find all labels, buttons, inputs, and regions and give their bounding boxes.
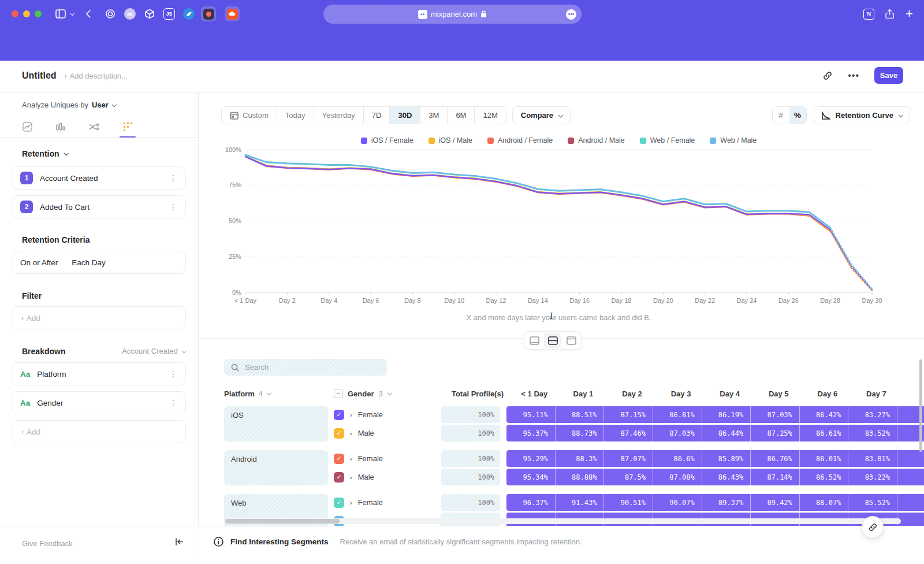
- breakdown-card[interactable]: AaPlatform⋮: [12, 362, 186, 385]
- retention-value-cell[interactable]: 83.52%: [848, 425, 897, 441]
- retention-value-cell[interactable]: 95.29%: [506, 450, 556, 467]
- retention-value-cell[interactable]: 87.46%: [604, 425, 653, 441]
- report-title[interactable]: Untitled: [22, 70, 57, 81]
- save-button[interactable]: Save: [874, 67, 903, 84]
- retention-value-cell[interactable]: 83.22%: [848, 469, 897, 485]
- retention-value-cell[interactable]: 89.42%: [751, 494, 800, 511]
- segment-checkbox[interactable]: ✓: [334, 454, 344, 464]
- platform-cell[interactable]: iOS: [224, 406, 328, 441]
- layout-split-button[interactable]: [544, 333, 561, 348]
- retention-value-cell[interactable]: 95.34%: [506, 469, 556, 485]
- retention-value-cell[interactable]: 90.51%: [604, 494, 653, 511]
- gender-column-header[interactable]: − Gender 3: [334, 389, 444, 398]
- url-bar[interactable]: •• mixpanel.com •••: [323, 5, 582, 24]
- select-all-checkbox[interactable]: −: [334, 389, 343, 398]
- retention-value-cell[interactable]: 86.52%: [800, 469, 849, 485]
- breakdown-add-button[interactable]: + Add: [12, 420, 186, 443]
- retention-value-cell[interactable]: 89.37%: [702, 494, 751, 511]
- expand-row-icon[interactable]: ›: [350, 499, 352, 506]
- table-search-input[interactable]: [245, 363, 360, 372]
- retention-value-cell[interactable]: 86.19%: [702, 406, 751, 423]
- day-column-header[interactable]: Day 5: [754, 389, 803, 398]
- report-description-placeholder[interactable]: + Add description...: [64, 72, 128, 80]
- retention-criteria-card[interactable]: On or After Each Day: [12, 251, 186, 274]
- range-7d[interactable]: 7D: [363, 107, 390, 124]
- platform-column-header[interactable]: Platform 4: [224, 389, 328, 398]
- layout-chart-only-button[interactable]: [526, 333, 543, 348]
- retention-section-label[interactable]: Retention: [22, 149, 68, 158]
- kebab-menu-icon[interactable]: ⋮: [169, 173, 177, 183]
- retention-value-cell[interactable]: 86.44%: [702, 425, 751, 441]
- day-column-header[interactable]: < 1 Day: [510, 389, 559, 398]
- segment-checkbox[interactable]: ✓: [334, 428, 344, 439]
- retention-value-cell[interactable]: 87.08%: [653, 469, 702, 485]
- extension-cloud-icon[interactable]: [225, 6, 240, 21]
- range-3m[interactable]: 3M: [420, 107, 447, 124]
- close-traffic-light[interactable]: [12, 10, 18, 17]
- platform-cell[interactable]: Android: [224, 450, 328, 485]
- retention-value-cell[interactable]: 90.07%: [653, 494, 702, 511]
- retention-value-cell[interactable]: 87.15%: [604, 406, 653, 423]
- retention-value-cell[interactable]: 86.61%: [800, 425, 849, 441]
- total-column-header[interactable]: Total Profile(s): [444, 389, 504, 398]
- segment-checkbox[interactable]: ✓: [334, 498, 344, 508]
- extension-reddot-icon[interactable]: [201, 6, 216, 21]
- retention-value-cell[interactable]: 86.43%: [702, 469, 751, 485]
- retention-value-cell[interactable]: 87.03%: [751, 406, 800, 423]
- link-icon[interactable]: [822, 70, 833, 81]
- retention-value-cell[interactable]: 88.07%: [800, 494, 849, 511]
- tab-retention[interactable]: [118, 117, 137, 137]
- range-12m[interactable]: 12M: [474, 107, 505, 124]
- retention-value-cell[interactable]: 88.3%: [556, 450, 605, 467]
- sidebar-icon[interactable]: [55, 8, 66, 20]
- vertical-scrollbar-thumb[interactable]: [919, 359, 922, 452]
- retention-value-cell[interactable]: 87.14%: [751, 469, 800, 485]
- retention-value-cell[interactable]: 88.88%: [556, 469, 605, 485]
- kebab-menu-icon[interactable]: ⋮: [169, 202, 177, 212]
- breakdown-card[interactable]: AaGender⋮: [12, 391, 186, 414]
- give-feedback-link[interactable]: Give Feedback: [22, 539, 72, 548]
- retention-value-cell[interactable]: 86.42%: [800, 406, 849, 423]
- compare-button[interactable]: Compare: [512, 106, 571, 124]
- back-icon[interactable]: [85, 8, 91, 20]
- retention-value-cell[interactable]: 86.01%: [800, 450, 849, 467]
- range-yesterday[interactable]: Yesterday: [314, 107, 363, 124]
- breakdown-scope-dropdown[interactable]: Account Created: [122, 347, 185, 355]
- retention-value-cell[interactable]: 87.25%: [751, 425, 800, 441]
- zoom-traffic-light[interactable]: [35, 10, 42, 17]
- retention-value-cell[interactable]: 86.76%: [751, 450, 800, 467]
- day-column-header[interactable]: Day 4: [705, 389, 754, 398]
- new-tab-icon[interactable]: +: [906, 8, 913, 20]
- retention-value-cell[interactable]: 96.37%: [506, 494, 556, 511]
- extension-target-icon[interactable]: [103, 6, 118, 21]
- kebab-menu-icon[interactable]: ⋮: [169, 398, 177, 407]
- day-column-header[interactable]: Day 1: [559, 389, 608, 398]
- collapse-sidebar-icon[interactable]: [175, 538, 184, 546]
- retention-step-card[interactable]: 2Added To Cart⋮: [12, 195, 186, 218]
- extension-bird-icon[interactable]: [181, 6, 196, 21]
- day-column-header[interactable]: Day 6: [803, 389, 852, 398]
- retention-value-cell[interactable]: 83.01%: [848, 450, 897, 467]
- analyze-value[interactable]: User: [92, 101, 109, 109]
- retention-value-cell[interactable]: 87.03%: [653, 425, 702, 441]
- retention-step-card[interactable]: 1Account Created⋮: [12, 166, 186, 190]
- table-search[interactable]: [224, 359, 387, 376]
- range-6m[interactable]: 6M: [447, 107, 474, 124]
- retention-value-cell[interactable]: 95.37%: [506, 425, 556, 441]
- range-today[interactable]: Today: [277, 107, 314, 124]
- minimize-traffic-light[interactable]: [23, 10, 30, 17]
- segment-checkbox[interactable]: ✓: [334, 410, 344, 420]
- chart-type-dropdown[interactable]: Retention Curve: [814, 106, 910, 124]
- range-30d[interactable]: 30D: [389, 107, 420, 124]
- retention-value-cell[interactable]: 88.51%: [556, 406, 605, 423]
- chevron-down-icon[interactable]: [70, 8, 73, 20]
- retention-value-cell[interactable]: 86.6%: [653, 450, 702, 467]
- retention-chart[interactable]: 100%75%50%25%0%< 1 DayDay 2Day 4Day 6Day…: [199, 143, 924, 311]
- retention-value-cell[interactable]: 83.27%: [848, 406, 897, 423]
- retention-value-cell[interactable]: 87.07%: [604, 450, 653, 467]
- extension-cube-icon[interactable]: [142, 6, 157, 21]
- day-column-header[interactable]: Day 7: [852, 389, 901, 398]
- extension-js-icon[interactable]: JS: [162, 6, 177, 21]
- percent-toggle[interactable]: %: [789, 107, 806, 124]
- kebab-menu-icon[interactable]: ⋮: [169, 369, 177, 379]
